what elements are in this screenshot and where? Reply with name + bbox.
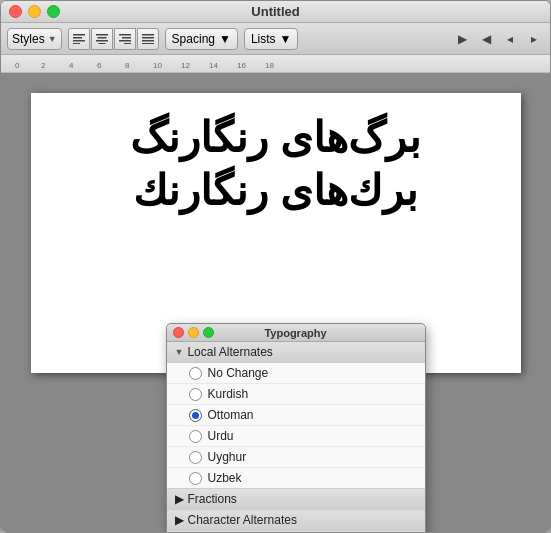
radio-label-uzbek: Uzbek xyxy=(208,471,242,485)
radio-label-ottoman: Ottoman xyxy=(208,408,254,422)
maximize-button[interactable] xyxy=(47,5,60,18)
spacing-arrow-icon: ▼ xyxy=(219,32,231,46)
fractions-triangle-icon: ▶ xyxy=(175,492,184,506)
svg-rect-15 xyxy=(142,43,154,44)
ruler-mark-4: 4 xyxy=(69,61,73,70)
svg-rect-13 xyxy=(142,37,154,39)
typography-window-controls xyxy=(173,327,214,338)
close-button[interactable] xyxy=(9,5,22,18)
left-nav-button[interactable]: ◂ xyxy=(500,29,520,49)
common-ligatures-header[interactable]: ▶ Common Ligatures xyxy=(167,530,425,532)
window-controls xyxy=(9,5,60,18)
radio-no-change[interactable]: No Change xyxy=(167,363,425,384)
svg-rect-6 xyxy=(96,40,108,42)
radio-label-kurdish: Kurdish xyxy=(208,387,249,401)
local-alternates-body: No Change Kurdish Ottoman Urdu xyxy=(167,363,425,488)
radio-ottoman[interactable]: Ottoman xyxy=(167,405,425,426)
window-title: Untitled xyxy=(251,4,299,19)
ruler-mark-16: 16 xyxy=(237,61,246,70)
svg-rect-1 xyxy=(73,37,82,39)
lists-arrow-icon: ▼ xyxy=(280,32,292,46)
styles-label: Styles xyxy=(12,32,45,46)
svg-rect-8 xyxy=(119,34,131,36)
ruler-mark-10: 10 xyxy=(153,61,162,70)
svg-rect-4 xyxy=(96,34,108,36)
arabic-line-2: برك‌های رنگارنك xyxy=(61,166,491,215)
arabic-line-1: برگ‌های رنگارنگ xyxy=(61,113,491,162)
svg-rect-11 xyxy=(124,43,131,44)
radio-label-uyghur: Uyghur xyxy=(208,450,247,464)
svg-rect-10 xyxy=(119,40,131,42)
ruler-marks: 0 2 4 6 8 10 12 14 16 18 xyxy=(11,55,540,72)
radio-uyghur[interactable]: Uyghur xyxy=(167,447,425,468)
svg-rect-9 xyxy=(122,37,131,39)
right-nav-button[interactable]: ▸ xyxy=(524,29,544,49)
typography-titlebar: Typography xyxy=(167,324,425,342)
back-button[interactable]: ◀ xyxy=(476,29,496,49)
styles-arrow-icon: ▼ xyxy=(48,34,57,44)
ruler-mark-12: 12 xyxy=(181,61,190,70)
radio-kurdish[interactable]: Kurdish xyxy=(167,384,425,405)
fractions-label: Fractions xyxy=(188,492,237,506)
svg-rect-2 xyxy=(73,40,85,42)
align-buttons-group xyxy=(68,28,159,50)
main-window: Untitled Styles ▼ Spacing ▼ Lists xyxy=(0,0,551,533)
lists-dropdown[interactable]: Lists ▼ xyxy=(244,28,299,50)
ruler-mark-8: 8 xyxy=(125,61,129,70)
svg-rect-5 xyxy=(97,37,106,39)
page: برگ‌های رنگارنگ برك‌های رنگارنك Typograp… xyxy=(31,93,521,373)
typography-maximize-button[interactable] xyxy=(203,327,214,338)
svg-rect-3 xyxy=(73,43,80,44)
styles-dropdown[interactable]: Styles ▼ xyxy=(7,28,62,50)
character-alternates-triangle-icon: ▶ xyxy=(175,513,184,527)
lists-label: Lists xyxy=(251,32,276,46)
toolbar-right-controls: ▶ ◀ ◂ ▸ xyxy=(452,29,544,49)
play-button[interactable]: ▶ xyxy=(452,29,472,49)
minimize-button[interactable] xyxy=(28,5,41,18)
character-alternates-header[interactable]: ▶ Character Alternates xyxy=(167,509,425,530)
svg-rect-12 xyxy=(142,34,154,36)
align-justify-button[interactable] xyxy=(137,28,159,50)
titlebar: Untitled xyxy=(1,1,550,23)
align-center-button[interactable] xyxy=(91,28,113,50)
ruler-mark-0: 0 xyxy=(15,61,19,70)
local-alternates-triangle-icon: ▼ xyxy=(175,347,184,357)
radio-circle-kurdish xyxy=(189,388,202,401)
typography-title: Typography xyxy=(264,327,326,339)
radio-uzbek[interactable]: Uzbek xyxy=(167,468,425,488)
radio-label-urdu: Urdu xyxy=(208,429,234,443)
radio-circle-uzbek xyxy=(189,472,202,485)
svg-rect-0 xyxy=(73,34,85,36)
svg-rect-7 xyxy=(98,43,105,44)
align-left-button[interactable] xyxy=(68,28,90,50)
local-alternates-label: Local Alternates xyxy=(187,345,272,359)
radio-circle-no-change xyxy=(189,367,202,380)
ruler: 0 2 4 6 8 10 12 14 16 18 xyxy=(1,55,550,73)
radio-circle-uyghur xyxy=(189,451,202,464)
spacing-dropdown[interactable]: Spacing ▼ xyxy=(165,28,238,50)
ruler-mark-2: 2 xyxy=(41,61,45,70)
radio-urdu[interactable]: Urdu xyxy=(167,426,425,447)
typography-close-button[interactable] xyxy=(173,327,184,338)
radio-circle-ottoman xyxy=(189,409,202,422)
svg-rect-14 xyxy=(142,40,154,42)
typography-panel: Typography ▼ Local Alternates No Change … xyxy=(166,323,426,532)
document-area: برگ‌های رنگارنگ برك‌های رنگارنك Typograp… xyxy=(1,73,550,532)
ruler-mark-18: 18 xyxy=(265,61,274,70)
ruler-mark-14: 14 xyxy=(209,61,218,70)
radio-circle-urdu xyxy=(189,430,202,443)
ruler-mark-6: 6 xyxy=(97,61,101,70)
align-right-button[interactable] xyxy=(114,28,136,50)
toolbar: Styles ▼ Spacing ▼ Lists ▼ xyxy=(1,23,550,55)
typography-minimize-button[interactable] xyxy=(188,327,199,338)
spacing-label: Spacing xyxy=(172,32,215,46)
character-alternates-label: Character Alternates xyxy=(188,513,297,527)
fractions-header[interactable]: ▶ Fractions xyxy=(167,488,425,509)
local-alternates-header[interactable]: ▼ Local Alternates xyxy=(167,342,425,363)
radio-label-no-change: No Change xyxy=(208,366,269,380)
